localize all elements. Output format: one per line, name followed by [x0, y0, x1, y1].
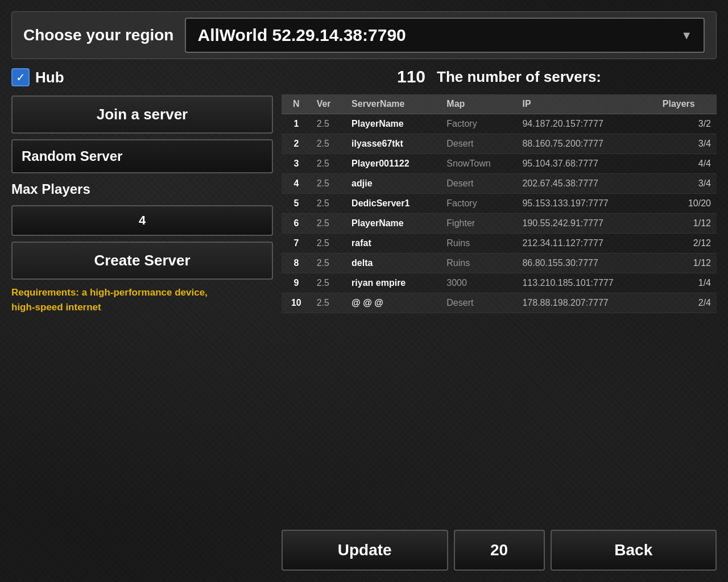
bottom-buttons: Update 20 Back [282, 530, 717, 571]
hub-checkbox[interactable]: ✓ [11, 68, 30, 86]
checkmark-icon: ✓ [16, 70, 26, 84]
cell-players: 1/4 [657, 273, 717, 293]
cell-map: Desert [441, 293, 516, 313]
col-header-players: Players [657, 94, 717, 114]
col-header-n: N [282, 94, 311, 114]
back-button[interactable]: Back [551, 530, 717, 571]
chevron-down-icon: ▼ [681, 29, 692, 42]
table-row[interactable]: 4 2.5 adjie Desert 202.67.45.38:7777 3/4 [282, 174, 717, 194]
top-bar: Choose your region AllWorld 52.29.14.38:… [11, 11, 717, 59]
cell-n: 3 [282, 154, 311, 174]
cell-ver: 2.5 [311, 154, 346, 174]
cell-servername: DedicServer1 [346, 194, 441, 214]
cell-servername: PlayerName [346, 214, 441, 234]
right-panel: 110 The number of servers: N Ver ServerN… [282, 65, 717, 571]
table-row[interactable]: 7 2.5 rafat Ruins 212.34.11.127:7777 2/1… [282, 234, 717, 253]
cell-ip: 86.80.155.30:7777 [516, 253, 656, 273]
table-row[interactable]: 1 2.5 PlayerName Factory 94.187.20.157:7… [282, 114, 717, 134]
table-header-row: N Ver ServerName Map IP Players [282, 94, 717, 114]
hub-label: Hub [35, 69, 64, 86]
cell-players: 2/12 [657, 234, 717, 253]
cell-ver: 2.5 [311, 114, 346, 134]
cell-servername: riyan empire [346, 273, 441, 293]
cell-players: 10/20 [657, 194, 717, 214]
cell-n: 4 [282, 174, 311, 194]
hub-row: ✓ Hub [11, 65, 273, 90]
cell-players: 2/4 [657, 293, 717, 313]
server-table-wrapper: N Ver ServerName Map IP Players 1 2.5 Pl… [282, 94, 717, 524]
cell-map: SnowTown [441, 154, 516, 174]
table-row[interactable]: 2 2.5 ilyasse67tkt Desert 88.160.75.200:… [282, 134, 717, 154]
cell-ip: 113.210.185.101:7777 [516, 273, 656, 293]
col-header-ip: IP [516, 94, 656, 114]
table-row[interactable]: 8 2.5 delta Ruins 86.80.155.30:7777 1/12 [282, 253, 717, 273]
cell-ip: 202.67.45.38:7777 [516, 174, 656, 194]
content-area: ✓ Hub Join a server Random Server Max Pl… [11, 65, 717, 571]
cell-players: 1/12 [657, 214, 717, 234]
server-count-number: 110 [397, 67, 425, 86]
cell-map: Ruins [441, 253, 516, 273]
cell-players: 3/4 [657, 134, 717, 154]
table-row[interactable]: 10 2.5 @ @ @ Desert 178.88.198.207:7777 … [282, 293, 717, 313]
cell-map: Fighter [441, 214, 516, 234]
server-count-label: The number of servers: [437, 68, 601, 86]
cell-map: Factory [441, 114, 516, 134]
server-table: N Ver ServerName Map IP Players 1 2.5 Pl… [282, 94, 717, 313]
cell-ver: 2.5 [311, 293, 346, 313]
col-header-map: Map [441, 94, 516, 114]
cell-servername: adjie [346, 174, 441, 194]
cell-n: 10 [282, 293, 311, 313]
cell-players: 1/12 [657, 253, 717, 273]
join-server-button[interactable]: Join a server [11, 95, 273, 134]
random-server-field[interactable]: Random Server [11, 139, 273, 173]
table-row[interactable]: 9 2.5 riyan empire 3000 113.210.185.101:… [282, 273, 717, 293]
cell-players: 3/4 [657, 174, 717, 194]
cell-ip: 95.153.133.197:7777 [516, 194, 656, 214]
cell-players: 3/2 [657, 114, 717, 134]
cell-n: 6 [282, 214, 311, 234]
cell-ver: 2.5 [311, 134, 346, 154]
cell-ver: 2.5 [311, 174, 346, 194]
cell-n: 1 [282, 114, 311, 134]
create-server-button[interactable]: Create Server [11, 242, 273, 280]
cell-ip: 178.88.198.207:7777 [516, 293, 656, 313]
cell-servername: @ @ @ [346, 293, 441, 313]
cell-ver: 2.5 [311, 194, 346, 214]
cell-players: 4/4 [657, 154, 717, 174]
max-players-label: Max Players [11, 179, 273, 199]
cell-ip: 94.187.20.157:7777 [516, 114, 656, 134]
cell-ver: 2.5 [311, 214, 346, 234]
table-row[interactable]: 6 2.5 PlayerName Fighter 190.55.242.91:7… [282, 214, 717, 234]
cell-ver: 2.5 [311, 234, 346, 253]
table-row[interactable]: 3 2.5 Player001122 SnowTown 95.104.37.68… [282, 154, 717, 174]
requirements-text: Requirements: a high-performance device,… [11, 285, 273, 314]
cell-map: Desert [441, 174, 516, 194]
cell-servername: rafat [346, 234, 441, 253]
cell-map: Factory [441, 194, 516, 214]
max-players-field[interactable]: 4 [11, 205, 273, 236]
region-value: AllWorld 52.29.14.38:7790 [197, 26, 406, 45]
cell-servername: ilyasse67tkt [346, 134, 441, 154]
server-count-row: 110 The number of servers: [282, 65, 717, 89]
cell-ip: 88.160.75.200:7777 [516, 134, 656, 154]
cell-ver: 2.5 [311, 253, 346, 273]
left-panel: ✓ Hub Join a server Random Server Max Pl… [11, 65, 273, 571]
cell-n: 2 [282, 134, 311, 154]
cell-ip: 212.34.11.127:7777 [516, 234, 656, 253]
page-number: 20 [454, 530, 545, 571]
table-row[interactable]: 5 2.5 DedicServer1 Factory 95.153.133.19… [282, 194, 717, 214]
cell-n: 7 [282, 234, 311, 253]
cell-ver: 2.5 [311, 273, 346, 293]
cell-map: Ruins [441, 234, 516, 253]
cell-map: Desert [441, 134, 516, 154]
cell-servername: Player001122 [346, 154, 441, 174]
cell-ip: 190.55.242.91:7777 [516, 214, 656, 234]
cell-ip: 95.104.37.68:7777 [516, 154, 656, 174]
cell-servername: delta [346, 253, 441, 273]
cell-n: 8 [282, 253, 311, 273]
region-selector[interactable]: AllWorld 52.29.14.38:7790 ▼ [185, 18, 705, 53]
col-header-ver: Ver [311, 94, 346, 114]
update-button[interactable]: Update [282, 530, 448, 571]
cell-map: 3000 [441, 273, 516, 293]
region-label: Choose your region [23, 26, 173, 44]
